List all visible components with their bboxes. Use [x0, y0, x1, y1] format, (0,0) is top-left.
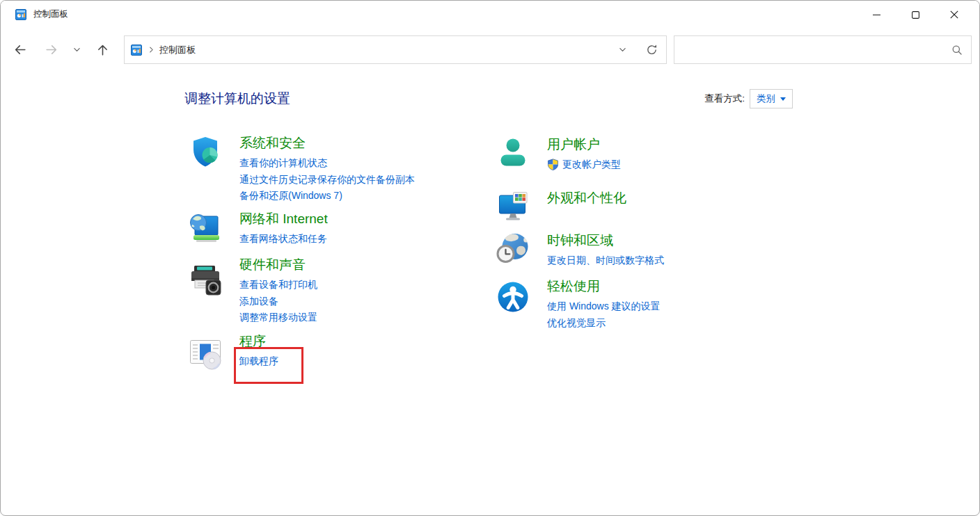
window-title: 控制面板	[33, 8, 68, 20]
ease-of-access-icon	[496, 280, 530, 314]
category-section-clock-region: 时钟和区域 更改日期、时间或数字格式	[496, 232, 664, 269]
category-title-hardware-sound[interactable]: 硬件和声音	[239, 257, 317, 273]
refresh-icon	[646, 44, 658, 56]
task-link-suggested-settings[interactable]: 使用 Windows 建议的设置	[547, 298, 661, 315]
titlebar: 控制面板	[1, 1, 979, 29]
chevron-down-icon	[618, 45, 627, 54]
up-button[interactable]	[88, 35, 116, 63]
search-icon	[943, 45, 971, 56]
view-by-value: 类别	[757, 92, 775, 105]
chevron-down-icon	[72, 45, 81, 54]
breadcrumb-location-icon	[131, 45, 142, 56]
category-title-ease-of-access[interactable]: 轻松使用	[547, 278, 661, 295]
system-security-icon	[189, 135, 222, 168]
view-by-label: 查看方式:	[704, 92, 745, 105]
task-link-date-time-format[interactable]: 更改日期、时间或数字格式	[547, 252, 664, 269]
breadcrumb-chevron-icon	[148, 46, 155, 54]
address-bar[interactable]: 控制面板	[124, 35, 667, 64]
category-title-appearance-personalization[interactable]: 外观和个性化	[547, 190, 626, 207]
clock-region-icon	[496, 232, 530, 266]
refresh-button[interactable]	[637, 36, 666, 63]
maximize-button[interactable]	[896, 1, 935, 29]
back-arrow-icon	[13, 42, 27, 57]
category-title-clock-region[interactable]: 时钟和区域	[547, 232, 664, 249]
dropdown-caret-icon	[780, 97, 786, 101]
task-link-label: 更改帐户类型	[562, 156, 621, 173]
appearance-personalization-icon	[496, 190, 530, 223]
recent-locations-button[interactable]	[64, 35, 89, 63]
back-button[interactable]	[6, 35, 33, 63]
up-arrow-icon	[95, 42, 110, 57]
category-section-appearance-personalization: 外观和个性化	[496, 190, 626, 223]
minimize-button[interactable]	[857, 1, 896, 29]
control-panel-app-icon	[15, 9, 26, 20]
user-accounts-icon	[496, 136, 530, 170]
task-link-file-history[interactable]: 通过文件历史记录保存你的文件备份副本	[239, 172, 415, 188]
breadcrumb-item-control-panel[interactable]: 控制面板	[159, 44, 196, 56]
category-section-network-internet: 网络和 Internet 查看网络状态和任务	[189, 211, 328, 248]
task-link-mobility-settings[interactable]: 调整常用移动设置	[239, 309, 317, 326]
page-title: 调整计算机的设置	[184, 90, 290, 108]
network-internet-icon	[189, 211, 222, 244]
uac-shield-icon	[547, 159, 559, 170]
address-dropdown-button[interactable]	[608, 36, 637, 63]
view-by-dropdown[interactable]: 类别	[750, 89, 793, 108]
category-section-user-accounts: 用户帐户 更改帐户类型	[496, 136, 621, 173]
category-section-ease-of-access: 轻松使用 使用 Windows 建议的设置 优化视觉显示	[496, 278, 661, 331]
highlight-box-uninstall-program	[234, 347, 303, 384]
task-link-devices-printers[interactable]: 查看设备和打印机	[239, 277, 317, 293]
programs-icon	[189, 337, 222, 371]
task-link-optimize-visual-display[interactable]: 优化视觉显示	[547, 315, 661, 332]
forward-arrow-icon	[45, 42, 59, 57]
search-box	[674, 35, 972, 64]
control-panel-window: 控制面板	[0, 0, 980, 516]
category-title-system-security[interactable]: 系统和安全	[239, 135, 415, 152]
category-title-user-accounts[interactable]: 用户帐户	[547, 136, 621, 153]
category-title-network-internet[interactable]: 网络和 Internet	[239, 211, 328, 227]
category-section-system-security: 系统和安全 查看你的计算机状态 通过文件历史记录保存你的文件备份副本 备份和还原…	[189, 135, 415, 204]
task-link-network-status[interactable]: 查看网络状态和任务	[239, 231, 328, 248]
task-link-add-device[interactable]: 添加设备	[239, 293, 317, 310]
search-input[interactable]	[674, 36, 943, 63]
category-section-hardware-sound: 硬件和声音 查看设备和打印机 添加设备 调整常用移动设置	[189, 257, 317, 326]
close-button[interactable]	[935, 1, 974, 29]
hardware-sound-icon	[189, 264, 222, 298]
forward-button[interactable]	[38, 35, 65, 63]
task-link-computer-status[interactable]: 查看你的计算机状态	[239, 155, 415, 172]
task-link-change-account-type[interactable]: 更改帐户类型	[547, 156, 621, 173]
task-link-backup-restore[interactable]: 备份和还原(Windows 7)	[239, 188, 415, 204]
